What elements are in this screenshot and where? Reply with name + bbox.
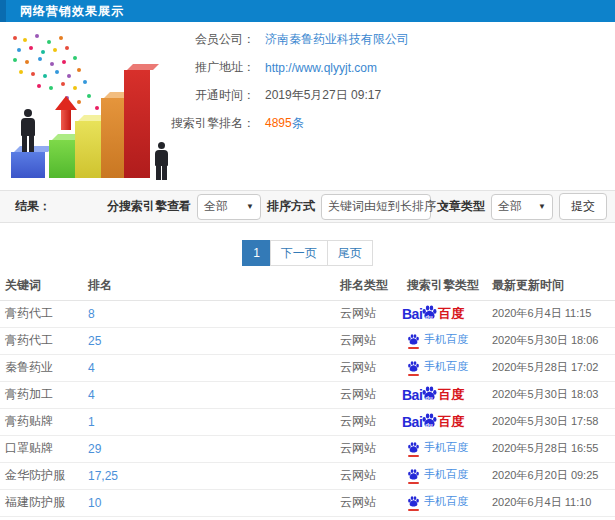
- chevron-down-icon: ▼: [246, 202, 254, 211]
- company-link[interactable]: 济南秦鲁药业科技有限公司: [265, 31, 409, 48]
- engine-cell: Baidu百度: [402, 408, 487, 435]
- table-row: 口罩贴牌 29 云网站 手机百度 2020年5月28日 16:55: [0, 435, 615, 462]
- keyword-cell: 膏药贴牌: [0, 408, 83, 435]
- mobile-baidu-logo: 手机百度: [407, 359, 468, 374]
- submit-button[interactable]: 提交: [559, 193, 607, 220]
- opened-time-value: 2019年5月27日 09:17: [265, 87, 381, 104]
- engine-cell: Baidu百度: [402, 381, 487, 408]
- sort-filter-value: 关键词由短到长排序: [328, 198, 436, 215]
- rank-type-cell: [335, 516, 402, 520]
- promo-url-link[interactable]: http://www.qlyyjt.com: [265, 61, 377, 75]
- keyword-cell: 口罩贴牌: [0, 435, 83, 462]
- article-type-select[interactable]: 全部 ▼: [491, 194, 553, 220]
- engine-filter-label: 分搜索引擎查看: [107, 198, 191, 215]
- keyword-cell: 膏药加工: [0, 381, 83, 408]
- updated-time-cell: 2020年5月30日 18:03: [487, 381, 615, 408]
- last-page-button[interactable]: 尾页: [327, 240, 373, 266]
- table-row-partial: Baidu百度: [0, 516, 615, 520]
- baidu-paw-icon: du: [421, 385, 438, 402]
- rank-link[interactable]: 8: [88, 307, 95, 321]
- engine-cell: Baidu百度: [402, 300, 487, 327]
- keyword-cell: [0, 516, 83, 520]
- page-number-current[interactable]: 1: [242, 240, 271, 266]
- engine-rank-value: 4895条: [265, 115, 304, 132]
- baidu-paw-icon: [407, 468, 420, 481]
- table-row: 金华防护服 17,25 云网站 手机百度 2020年6月20日 09:25: [0, 462, 615, 489]
- marketing-report-page: 网络营销效果展示 会员公司： 济南秦鲁药业科技有限公司: [0, 0, 615, 520]
- rank-type-cell: 云网站: [335, 354, 402, 381]
- engine-rank-field: 搜索引擎排名： 4895条: [155, 116, 409, 131]
- engine-cell: 手机百度: [402, 435, 487, 462]
- baidu-paw-icon: [407, 495, 420, 508]
- keyword-cell: 秦鲁药业: [0, 354, 83, 381]
- baidu-logo: Baidu百度: [402, 304, 464, 323]
- next-page-button[interactable]: 下一页: [270, 240, 328, 266]
- result-label: 结果：: [15, 198, 51, 215]
- updated-time-cell: 2020年5月30日 18:06: [487, 327, 615, 354]
- page-title: 网络营销效果展示: [0, 3, 124, 20]
- article-type-value: 全部: [498, 198, 522, 215]
- rank-link[interactable]: 25: [88, 334, 101, 348]
- baidu-paw-icon: [407, 360, 420, 373]
- bar-chart-graphic: [11, 152, 45, 178]
- rank-type-cell: 云网站: [335, 489, 402, 516]
- filter-bar: 结果： 分搜索引擎查看 全部 ▼ 排序方式 关键词由短到长排序 ▼ 文章类型 全…: [0, 190, 615, 223]
- table-row: 膏药贴牌 1 云网站 Baidu百度 2020年5月30日 17:58: [0, 408, 615, 435]
- baidu-logo: Baidu百度: [402, 385, 464, 404]
- table-row: 秦鲁药业 4 云网站 手机百度 2020年5月28日 17:02: [0, 354, 615, 381]
- up-arrow-graphic: [55, 96, 77, 130]
- marketing-illustration: [5, 30, 180, 182]
- rank-link[interactable]: 1: [88, 415, 95, 429]
- opened-time-field: 开通时间： 2019年5月27日 09:17: [155, 88, 409, 103]
- page-header: 网络营销效果展示: [0, 0, 615, 22]
- opened-time-label: 开通时间：: [155, 87, 255, 104]
- updated-time-cell: 2020年5月28日 16:55: [487, 435, 615, 462]
- keyword-ranking-table: 关键词 排名 排名类型 搜索引擎类型 最新更新时间 膏药代工 8 云网站 Bai…: [0, 272, 615, 520]
- rank-type-cell: 云网站: [335, 327, 402, 354]
- rank-count: 4895: [265, 116, 292, 130]
- table-row: 膏药代工 8 云网站 Baidu百度 2020年6月4日 11:15: [0, 300, 615, 327]
- keyword-cell: 金华防护服: [0, 462, 83, 489]
- table-row: 福建防护服 10 云网站 手机百度 2020年6月4日 11:10: [0, 489, 615, 516]
- engine-cell: 手机百度: [402, 489, 487, 516]
- table-body: 膏药代工 8 云网站 Baidu百度 2020年6月4日 11:15 膏药代工 …: [0, 300, 615, 520]
- updated-time-cell: 2020年5月28日 17:02: [487, 354, 615, 381]
- engine-cell: 手机百度: [402, 327, 487, 354]
- keyword-cell: 膏药代工: [0, 300, 83, 327]
- rank-type-cell: 云网站: [335, 462, 402, 489]
- col-rank: 排名: [83, 272, 335, 300]
- table-row: 膏药加工 4 云网站 Baidu百度 2020年5月30日 18:03: [0, 381, 615, 408]
- rank-unit: 条: [292, 116, 304, 130]
- bar-chart-graphic: [124, 70, 150, 178]
- baidu-logo: Baidu百度: [402, 412, 464, 431]
- member-info-section: 会员公司： 济南秦鲁药业科技有限公司 推广地址： http://www.qlyy…: [0, 22, 615, 190]
- rank-type-cell: 云网站: [335, 408, 402, 435]
- baidu-paw-icon: du: [421, 412, 438, 429]
- rank-type-cell: 云网站: [335, 300, 402, 327]
- keyword-cell: 福建防护服: [0, 489, 83, 516]
- rank-link[interactable]: 10: [88, 496, 101, 510]
- rank-link[interactable]: 17,25: [88, 469, 118, 483]
- col-keyword: 关键词: [0, 272, 83, 300]
- member-fields: 会员公司： 济南秦鲁药业科技有限公司 推广地址： http://www.qlyy…: [155, 32, 409, 144]
- engine-cell: Baidu百度: [402, 516, 487, 520]
- businessman-figure: [155, 142, 168, 180]
- table-header-row: 关键词 排名 排名类型 搜索引擎类型 最新更新时间: [0, 272, 615, 300]
- promo-url-field: 推广地址： http://www.qlyyjt.com: [155, 60, 409, 75]
- updated-time-cell: [487, 516, 615, 520]
- engine-filter-select[interactable]: 全部 ▼: [197, 194, 261, 220]
- sort-filter-label: 排序方式: [267, 198, 315, 215]
- rank-link[interactable]: 4: [88, 361, 95, 375]
- baidu-paw-icon: [407, 333, 420, 346]
- rank-link[interactable]: 4: [88, 388, 95, 402]
- col-rank-type: 排名类型: [335, 272, 402, 300]
- rank-link[interactable]: 29: [88, 442, 101, 456]
- mobile-baidu-logo: 手机百度: [407, 494, 468, 509]
- mobile-baidu-logo: 手机百度: [407, 467, 468, 482]
- pagination: 1 下一页 尾页: [0, 240, 615, 266]
- rank-type-cell: 云网站: [335, 381, 402, 408]
- filter-controls: 分搜索引擎查看 全部 ▼ 排序方式 关键词由短到长排序 ▼ 文章类型 全部 ▼ …: [107, 193, 607, 220]
- mobile-baidu-logo: 手机百度: [407, 440, 468, 455]
- updated-time-cell: 2020年6月4日 11:10: [487, 489, 615, 516]
- sort-filter-select[interactable]: 关键词由短到长排序 ▼: [321, 194, 431, 220]
